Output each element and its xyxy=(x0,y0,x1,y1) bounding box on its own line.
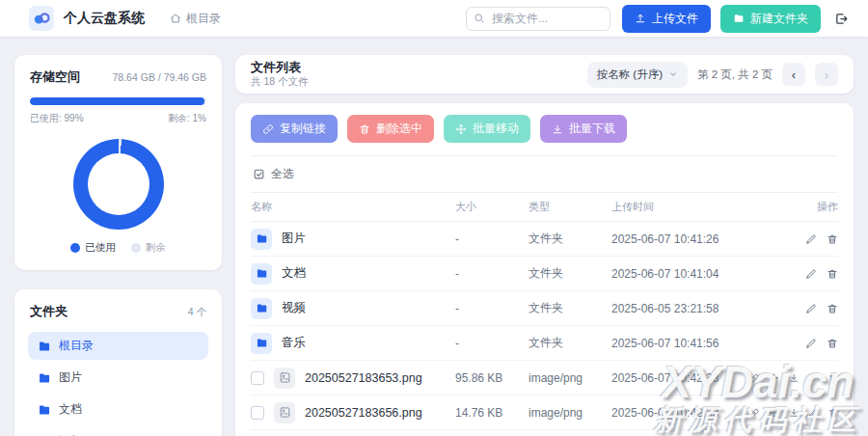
upload-file-button[interactable]: 上传文件 xyxy=(622,5,711,33)
search-box xyxy=(466,7,610,31)
file-table: 名称 大小 类型 上传时间 操作 图片 - 文件夹 2025-06-07 10:… xyxy=(251,193,838,436)
legend-used-label: 已使用 xyxy=(85,241,116,255)
edit-icon[interactable] xyxy=(808,407,818,419)
logout-icon xyxy=(834,12,849,26)
image-file-icon xyxy=(274,402,295,423)
storage-used-label: 已使用: 99% xyxy=(30,112,84,125)
row-checkbox[interactable] xyxy=(251,371,264,385)
move-icon[interactable] xyxy=(769,372,778,384)
page-title: 文件列表 xyxy=(251,60,309,75)
folders-title: 文件夹 xyxy=(30,303,68,320)
folder-icon xyxy=(38,403,51,417)
storage-progress-bar xyxy=(30,97,206,105)
move-icon[interactable] xyxy=(769,407,778,419)
delete-icon[interactable] xyxy=(827,338,838,349)
navbar: 个人云盘系统 根目录 上传文件 新建文件夹 xyxy=(0,0,868,37)
page-info: 第 2 页, 共 2 页 xyxy=(697,68,773,82)
table-row[interactable]: 图片 - 文件夹 2025-06-07 10:41:26 xyxy=(251,222,838,257)
table-row[interactable]: 文档 - 文件夹 2025-06-07 10:41:04 xyxy=(251,257,838,291)
file-list-body: 复制链接 删除选中 批量移动 批量下载 全选 xyxy=(235,103,854,436)
col-size: 大小 xyxy=(455,200,529,214)
folder-icon xyxy=(251,229,272,250)
image-file-icon xyxy=(274,368,295,389)
folders-panel: 文件夹 4 个 根目录 图片 文档 视频 xyxy=(14,289,222,436)
legend-free-label: 剩余 xyxy=(146,241,166,255)
copy-link-button[interactable]: 复制链接 xyxy=(251,115,338,143)
table-header: 名称 大小 类型 上传时间 操作 xyxy=(251,193,838,222)
storage-free-label: 剩余: 1% xyxy=(168,112,206,125)
link-icon[interactable] xyxy=(749,407,759,419)
app-logo-icon xyxy=(29,6,54,31)
select-all-toggle[interactable]: 全选 xyxy=(251,156,838,193)
prev-page-button[interactable]: ‹ xyxy=(782,63,805,86)
edit-icon[interactable] xyxy=(805,268,817,280)
chevron-down-icon xyxy=(668,69,678,79)
delete-icon[interactable] xyxy=(827,268,838,280)
batch-download-button[interactable]: 批量下载 xyxy=(540,115,627,143)
delete-icon[interactable] xyxy=(828,372,838,384)
next-page-button[interactable]: › xyxy=(815,63,838,86)
row-checkbox[interactable] xyxy=(251,406,264,420)
file-count: 共 18 个文件 xyxy=(251,75,309,89)
table-row[interactable]: 视频 - 文件夹 2025-06-05 23:21:58 xyxy=(251,291,838,326)
edit-icon[interactable] xyxy=(805,338,817,349)
folder-icon xyxy=(251,298,272,319)
storage-panel: 存储空间 78.64 GB / 79.46 GB 已使用: 99% 剩余: 1%… xyxy=(14,55,222,270)
delete-icon[interactable] xyxy=(827,233,838,245)
download-icon[interactable] xyxy=(789,407,799,419)
move-icon xyxy=(455,123,467,135)
link-icon[interactable] xyxy=(749,372,759,384)
app-title: 个人云盘系统 xyxy=(64,10,145,27)
folders-count: 4 个 xyxy=(188,306,206,319)
folder-icon xyxy=(38,340,51,353)
sort-select[interactable]: 按名称 (升序) xyxy=(587,62,688,88)
file-list-header: 文件列表 共 18 个文件 按名称 (升序) 第 2 页, 共 2 页 ‹ › xyxy=(235,55,854,94)
storage-donut xyxy=(73,139,164,230)
edit-icon[interactable] xyxy=(805,303,817,314)
folder-icon xyxy=(251,263,272,285)
storage-usage-text: 78.64 GB / 79.46 GB xyxy=(113,71,206,83)
edit-icon[interactable] xyxy=(808,372,818,384)
edit-icon[interactable] xyxy=(805,233,817,245)
folder-icon xyxy=(251,333,272,354)
table-row[interactable]: 20250527184543.png 41.26 KB image/png 20… xyxy=(251,430,838,436)
delete-selected-button[interactable]: 删除选中 xyxy=(347,115,434,143)
upload-icon xyxy=(635,13,646,24)
breadcrumb[interactable]: 根目录 xyxy=(170,11,221,27)
batch-move-button[interactable]: 批量移动 xyxy=(444,115,530,143)
delete-icon[interactable] xyxy=(828,407,838,419)
storage-title: 存储空间 xyxy=(30,68,80,86)
download-icon[interactable] xyxy=(789,372,799,384)
check-square-icon xyxy=(253,168,265,180)
sidebar-item-root[interactable]: 根目录 xyxy=(28,332,208,360)
trash-icon xyxy=(359,123,370,135)
logout-button[interactable] xyxy=(834,12,849,26)
table-row[interactable]: 20250527183653.png 95.86 KB image/png 20… xyxy=(251,361,838,395)
legend-dot xyxy=(70,243,80,253)
delete-icon[interactable] xyxy=(827,303,838,314)
legend-dot xyxy=(131,243,141,253)
storage-legend: 已使用 剩余 xyxy=(30,241,206,255)
folder-icon xyxy=(38,371,51,385)
col-name: 名称 xyxy=(251,200,455,214)
sidebar-item-pictures[interactable]: 图片 xyxy=(28,364,208,392)
search-input[interactable] xyxy=(466,7,610,31)
sidebar-item-documents[interactable]: 文档 xyxy=(28,395,208,423)
col-actions: 操作 xyxy=(749,200,838,214)
breadcrumb-label: 根目录 xyxy=(186,11,221,27)
batch-toolbar: 复制链接 删除选中 批量移动 批量下载 xyxy=(251,115,838,156)
main-area: 文件列表 共 18 个文件 按名称 (升序) 第 2 页, 共 2 页 ‹ › … xyxy=(235,55,854,436)
link-icon xyxy=(262,123,274,135)
table-row[interactable]: 音乐 - 文件夹 2025-06-07 10:41:56 xyxy=(251,326,838,361)
new-folder-button[interactable]: 新建文件夹 xyxy=(720,5,821,33)
col-type: 类型 xyxy=(529,200,611,214)
search-icon xyxy=(474,13,485,24)
storage-progress-fill xyxy=(30,97,204,105)
table-row[interactable]: 20250527183656.png 14.76 KB image/png 20… xyxy=(251,395,838,430)
home-icon xyxy=(170,13,181,24)
sidebar-item-videos[interactable]: 视频 xyxy=(28,427,208,436)
col-time: 上传时间 xyxy=(611,200,749,214)
download-icon xyxy=(552,123,563,135)
folder-icon xyxy=(733,13,745,24)
sidebar: 存储空间 78.64 GB / 79.46 GB 已使用: 99% 剩余: 1%… xyxy=(14,55,222,436)
